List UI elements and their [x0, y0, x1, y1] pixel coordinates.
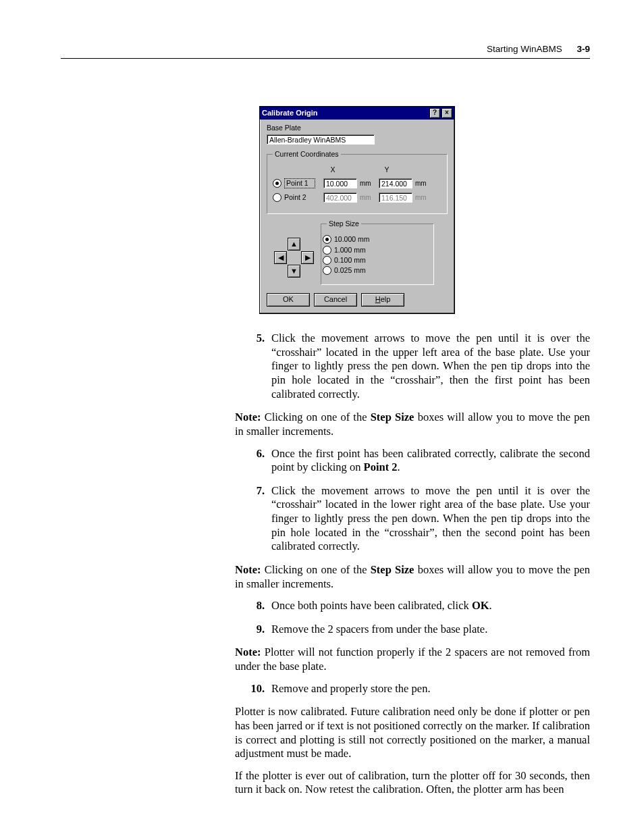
step-1-label: 1.000 mm — [334, 246, 366, 255]
help-button-rest: elp — [381, 295, 391, 303]
current-coordinates-legend: Current Coordinates — [273, 150, 341, 159]
note-label-2: Note: — [235, 563, 261, 576]
step-9: 9.Remove the 2 spacers from under the ba… — [235, 623, 590, 637]
help-button[interactable]: Help — [361, 293, 404, 307]
step-7-text: Click the movement arrows to move the pe… — [271, 484, 590, 553]
step-10-radio[interactable] — [323, 235, 331, 244]
cancel-button[interactable]: Cancel — [314, 293, 357, 307]
step-size-group: Step Size ▲ ◀ ▶ ▼ — [321, 224, 434, 285]
step-5: 5.Click the movement arrows to move the … — [235, 332, 590, 401]
step-size-options: 10.000 mm 1.000 mm 0.100 mm 0.025 mm — [323, 235, 370, 278]
step-5-text: Click the movement arrows to move the pe… — [271, 332, 590, 400]
x-column-header: X — [315, 165, 351, 174]
point1-y-unit: mm — [415, 180, 430, 188]
calibrate-origin-dialog: Calibrate Origin ? × Base Plate Allen-Br… — [259, 106, 455, 314]
step-8c: . — [489, 599, 492, 612]
point2-x-input: 402.000 — [323, 192, 357, 203]
y-column-header: Y — [369, 165, 405, 174]
arrow-up-icon[interactable]: ▲ — [288, 238, 300, 251]
running-head: Starting WinABMS 3-9 — [61, 44, 590, 54]
point1-radio[interactable] — [273, 179, 281, 188]
point2-label[interactable]: Point 2 — [284, 193, 314, 202]
note-3: Note: Plotter will not function properly… — [235, 646, 590, 673]
step-10: 10.Remove and properly store the pen. — [235, 682, 590, 696]
dialog-screenshot: Calibrate Origin ? × Base Plate Allen-Br… — [259, 106, 590, 314]
note-2b: Step Size — [371, 563, 414, 576]
dialog-titlebar: Calibrate Origin ? × — [260, 107, 454, 120]
base-plate-field[interactable]: Allen-Bradley WinABMS — [267, 134, 375, 145]
point2-y-unit: mm — [415, 194, 430, 203]
step-size-legend: Step Size — [327, 219, 361, 228]
dialog-title-text: Calibrate Origin — [262, 109, 428, 118]
point2-y-input: 116.150 — [379, 192, 412, 203]
step-8b: OK — [472, 599, 489, 612]
para-calibrated: Plotter is now calibrated. Future calibr… — [235, 705, 590, 761]
arrow-right-icon[interactable]: ▶ — [301, 251, 314, 264]
point1-x-input[interactable]: 10.000 — [323, 178, 357, 188]
step-0025-radio[interactable] — [323, 266, 331, 275]
step-01-label: 0.100 mm — [334, 256, 366, 265]
section-title: Starting WinABMS — [487, 44, 562, 54]
step-8a: Once both points have been calibrated, c… — [271, 599, 472, 612]
para-outofcal: If the plotter is ever out of calibratio… — [235, 769, 590, 797]
current-coordinates-group: Current Coordinates X Y Point 1 10.000 m… — [267, 154, 448, 214]
dialog-button-row: OK Cancel Help — [267, 293, 448, 307]
page-number: 3-9 — [576, 44, 590, 54]
note-label-3: Note: — [235, 646, 261, 658]
step-1-radio[interactable] — [323, 246, 331, 255]
point2-radio[interactable] — [273, 193, 281, 202]
close-icon[interactable]: × — [441, 108, 452, 118]
step-01-radio[interactable] — [323, 256, 331, 265]
step-6b: Point 2 — [364, 461, 398, 473]
note-2: Note: Clicking on one of the Step Size b… — [235, 563, 590, 591]
point1-x-unit: mm — [360, 180, 375, 188]
step-10-text: Remove and properly store the pen. — [271, 682, 431, 695]
note-1b: Step Size — [371, 411, 414, 423]
step-7: 7.Click the movement arrows to move the … — [235, 484, 590, 554]
step-6: 6.Once the first point has been calibrat… — [235, 447, 590, 475]
note-label: Note: — [235, 411, 261, 423]
step-0025-label: 0.025 mm — [334, 266, 366, 275]
body-column: Calibrate Origin ? × Base Plate Allen-Br… — [235, 106, 590, 797]
point2-x-unit: mm — [360, 194, 375, 203]
header-rule — [61, 58, 590, 59]
point1-y-input[interactable]: 214.000 — [379, 178, 412, 188]
step-8: 8.Once both points have been calibrated,… — [235, 599, 590, 613]
step-9-text: Remove the 2 spacers from under the base… — [271, 623, 487, 635]
note-1: Note: Clicking on one of the Step Size b… — [235, 411, 590, 438]
base-plate-label: Base Plate — [267, 124, 448, 132]
arrow-pad: ▲ ◀ ▶ ▼ — [274, 238, 313, 278]
note-2a: Clicking on one of the — [261, 563, 370, 576]
arrow-down-icon[interactable]: ▼ — [288, 265, 300, 278]
help-icon[interactable]: ? — [429, 108, 440, 118]
note-3-text: Plotter will not function properly if th… — [235, 646, 590, 673]
note-1a: Clicking on one of the — [261, 411, 370, 423]
step-6c: . — [398, 461, 400, 473]
step-6a: Once the first point has been calibrated… — [271, 447, 590, 474]
ok-button[interactable]: OK — [267, 293, 310, 307]
page: Starting WinABMS 3-9 Calibrate Origin ? … — [0, 0, 644, 834]
arrow-left-icon[interactable]: ◀ — [274, 251, 287, 264]
point1-label[interactable]: Point 1 — [284, 178, 315, 188]
step-10-label: 10.000 mm — [334, 235, 370, 244]
